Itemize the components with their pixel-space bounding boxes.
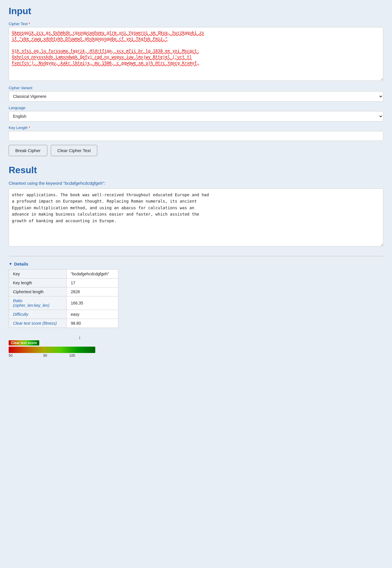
difficulty-label: Difficulty [9,310,67,319]
button-row: Break Cipher Clear Cipher Text [9,145,383,156]
cipher-text-input[interactable]: Gkeosggik zcv gs Oxhmkdn rgxogpcwohoeu g… [9,27,383,81]
cipher-text-label: Cipher Text * [9,22,383,26]
cipher-variant-group: Cipher Variant Classical Vigenere Beaufo… [9,86,383,102]
result-section: Result Cleartext using the keyword "bcda… [9,165,383,247]
tick-50: 50 [9,354,12,358]
score-bar-wrapper: ↓ Clear text score 50 80 100 [9,334,95,359]
language-group: Language English German French Spanish [9,106,383,122]
key-length-input[interactable]: 3-30 [9,131,383,141]
ratio-value: 166.35 [67,296,118,310]
key-length-label: Key Length * [9,126,383,130]
key-length-group: Key Length * 3-30 [9,126,383,141]
result-text-area[interactable]: other applications. The book was well-re… [9,188,383,246]
details-title: Details [14,261,28,266]
input-section: Input Cipher Text * Gkeosggik zcv gs Oxh… [9,6,383,156]
ciphertext-length-value: 2828 [67,287,118,296]
score-marker-icon: ↓ [79,334,81,340]
key-length-label-cell: Key length [9,279,67,287]
score-bar-marker-row: ↓ [9,334,95,340]
cipher-text-group: Cipher Text * Gkeosggik zcv gs Oxhmkdn r… [9,22,383,82]
table-row: Key length 17 [9,279,118,287]
ciphertext-length-label: Ciphertext length [9,287,67,296]
table-row: Key "bcdafgehcdcdgfgeh" [9,270,118,279]
result-keyword: Cleartext using the keyword "bcdafgehcdc… [9,181,383,186]
score-ticks-row: 50 80 100 [9,354,95,359]
cipher-variant-label: Cipher Variant [9,86,383,90]
key-value: "bcdafgehcdcdgfgeh" [67,270,118,279]
result-title: Result [9,165,383,175]
table-row: Ciphertext length 2828 [9,287,118,296]
language-label: Language [9,106,383,110]
key-label: Key [9,270,67,279]
cipher-variant-select[interactable]: Classical Vigenere Beaufort Variant Beau… [9,91,383,102]
key-length-value: 17 [67,279,118,287]
score-bar-track [9,347,95,353]
break-cipher-button[interactable]: Break Cipher [9,145,47,156]
section-divider [9,256,383,256]
clear-cipher-button[interactable]: Clear Cipher Text [51,145,98,156]
table-row: Ratio(cipher_len:key_len) 166.35 [9,296,118,310]
details-section: ▼ Details Key "bcdafgehcdcdgfgeh" Key le… [9,261,383,359]
language-select[interactable]: English German French Spanish [9,111,383,122]
difficulty-value: easy [67,310,118,319]
fitness-label: Clear text score (fitness) [9,319,67,328]
tick-100: 100 [69,354,75,358]
ratio-label: Ratio(cipher_len:key_len) [9,296,67,310]
toggle-arrow-icon: ▼ [9,262,12,266]
details-table: Key "bcdafgehcdcdgfgeh" Key length 17 Ci… [9,269,118,328]
tick-80: 80 [43,354,47,358]
input-title: Input [9,6,383,16]
table-row: Clear text score (fitness) 98.80 [9,319,118,328]
details-toggle[interactable]: ▼ Details [9,261,383,266]
fitness-value: 98.80 [67,319,118,328]
score-bar-container: ↓ Clear text score 50 80 100 [9,334,95,359]
table-row: Difficulty easy [9,310,118,319]
score-bar-label: Clear text score [9,340,39,345]
